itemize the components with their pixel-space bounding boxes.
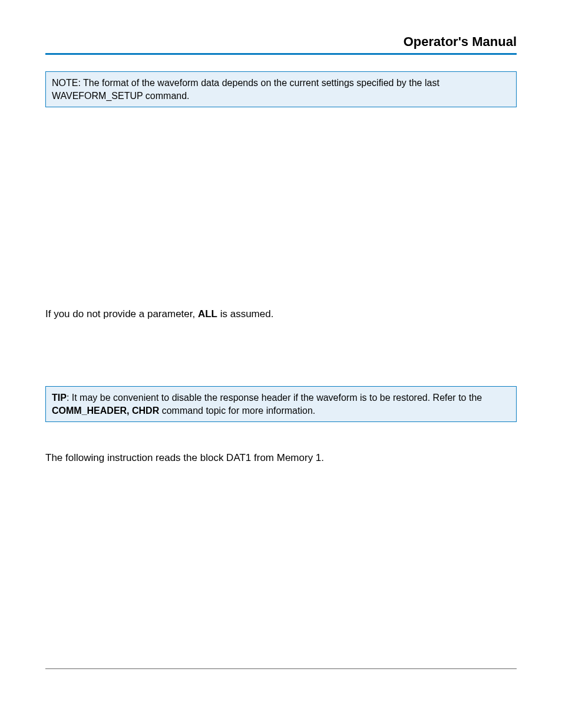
paragraph-prefix: If you do not provide a parameter, xyxy=(45,308,198,319)
tip-bold-2: COMM_HEADER, CHDR xyxy=(52,406,159,416)
note-text: NOTE: The format of the waveform data de… xyxy=(52,78,439,101)
paragraph-bold: ALL xyxy=(198,308,217,319)
paragraph-suffix: is assumed. xyxy=(217,308,273,319)
tip-text-2: command topic for more information. xyxy=(159,406,315,416)
body-paragraph: If you do not provide a parameter, ALL i… xyxy=(45,308,517,321)
tip-text-1: : It may be convenient to disable the re… xyxy=(67,393,482,403)
tip-box: TIP: It may be convenient to disable the… xyxy=(45,386,517,422)
page-header: Operator's Manual xyxy=(45,34,517,55)
footer-rule xyxy=(45,668,517,669)
example-paragraph: The following instruction reads the bloc… xyxy=(45,452,517,465)
example-text: The following instruction reads the bloc… xyxy=(45,452,324,463)
header-title: Operator's Manual xyxy=(404,34,517,49)
note-box: NOTE: The format of the waveform data de… xyxy=(45,71,517,107)
tip-label: TIP xyxy=(52,393,67,403)
document-page: Operator's Manual NOTE: The format of th… xyxy=(0,0,562,499)
